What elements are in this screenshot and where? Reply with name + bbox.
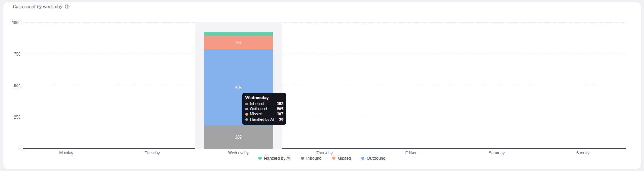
tooltip-title: Wednesday <box>245 95 283 100</box>
bar-segment-handled-by-ai[interactable] <box>204 32 273 36</box>
handled-by-ai-legend-dot-icon <box>258 157 262 160</box>
bar-value-label-outbound: 605 <box>235 85 242 90</box>
tooltip-row-handled-by-ai: Handled by AI30 <box>245 117 283 122</box>
legend-label: Handled by AI <box>264 156 291 161</box>
x-axis-label-friday: Friday <box>387 151 434 155</box>
missed-legend-dot-icon <box>332 157 335 160</box>
gridline-500 <box>23 86 626 86</box>
tooltip-value: 30 <box>276 117 283 122</box>
handled-by-ai-dot-icon <box>245 118 248 121</box>
y-axis-label-1000: 1000 <box>5 20 20 25</box>
x-axis-label-monday: Monday <box>43 151 89 155</box>
legend-label: Inbound <box>306 156 322 161</box>
x-axis-label-thursday: Thursday <box>301 151 348 155</box>
y-axis-label-0: 0 <box>5 147 20 151</box>
x-axis-line <box>23 148 626 149</box>
bar-value-label-missed: 107 <box>235 41 242 45</box>
tooltip-label: Missed <box>250 112 262 117</box>
y-axis-label-500: 500 <box>5 83 20 88</box>
calls-by-weekday-chart: 107605182SundaySaturdayFridayThursdayWed… <box>0 0 644 171</box>
outbound-legend-dot-icon <box>361 157 364 160</box>
gridline-750 <box>23 54 626 54</box>
tooltip-rows: Inbound182Outbound605Missed107Handled by… <box>245 102 283 122</box>
legend-label: Outbound <box>367 156 385 161</box>
tooltip-row-missed: Missed107 <box>245 112 283 117</box>
tooltip-row-outbound: Outbound605 <box>245 107 283 112</box>
outbound-dot-icon <box>245 108 248 110</box>
inbound-legend-dot-icon <box>301 157 304 160</box>
tooltip-label: Inbound <box>250 102 264 107</box>
tooltip-value: 605 <box>274 107 284 112</box>
tooltip-row-inbound: Inbound182 <box>245 102 283 107</box>
x-axis-label-wednesday: Wednesday <box>215 151 262 155</box>
gridline-1000 <box>23 22 626 23</box>
chart-tooltip: Wednesday Inbound182Outbound605Missed107… <box>242 93 286 125</box>
x-axis-label-saturday: Saturday <box>474 151 520 155</box>
tooltip-label: Outbound <box>250 107 267 112</box>
inbound-dot-icon <box>245 103 248 105</box>
tooltip-label: Handled by AI <box>250 117 274 122</box>
y-axis-label-250: 250 <box>5 115 20 119</box>
legend-item-missed[interactable]: Missed <box>332 156 351 161</box>
missed-dot-icon <box>245 113 248 116</box>
bar-value-label-inbound: 182 <box>235 135 242 139</box>
x-axis-label-tuesday: Tuesday <box>129 151 175 155</box>
chart-legend: Handled by AIInboundMissedOutbound <box>0 156 644 161</box>
y-axis-label-750: 750 <box>5 52 20 56</box>
legend-item-inbound[interactable]: Inbound <box>301 156 322 161</box>
legend-label: Missed <box>338 156 351 161</box>
legend-item-outbound[interactable]: Outbound <box>361 156 385 161</box>
x-axis-label-sunday: Sunday <box>560 151 606 155</box>
dashboard-page: Calls count by week day 107605182SundayS… <box>0 0 644 171</box>
gridline-250 <box>23 117 626 117</box>
tooltip-value: 107 <box>274 112 284 117</box>
legend-item-handled-by-ai[interactable]: Handled by AI <box>258 156 291 161</box>
tooltip-value: 182 <box>274 102 284 107</box>
